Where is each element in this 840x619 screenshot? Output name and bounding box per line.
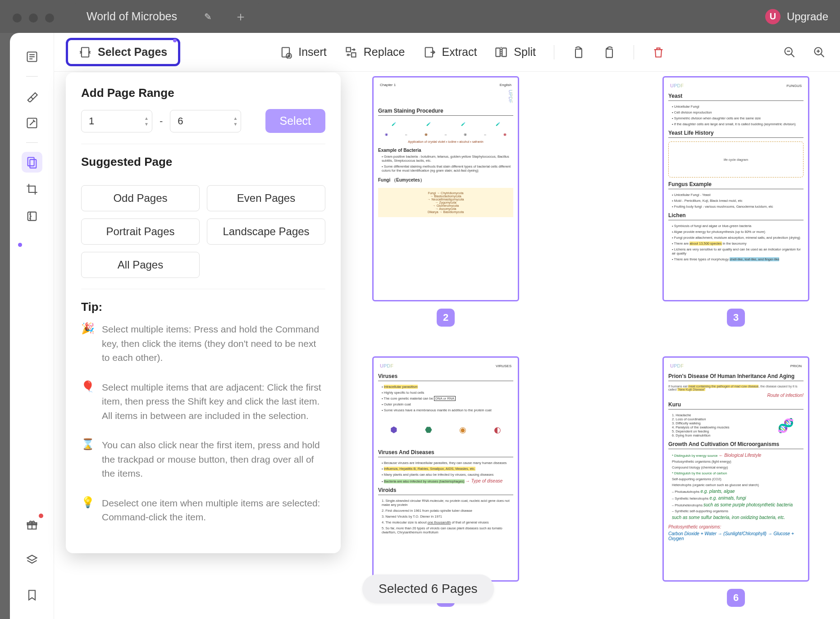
thumb-title: Growth And Cultivation Of Microorganisms: [668, 441, 803, 449]
range-from-input[interactable]: [81, 110, 152, 132]
odd-pages-button[interactable]: Odd Pages: [81, 185, 200, 211]
tip-emoji: 🎈: [81, 380, 95, 423]
svg-rect-21: [575, 49, 582, 58]
split-button[interactable]: Split: [495, 46, 536, 59]
highlighter-icon[interactable]: [22, 86, 42, 106]
svg-rect-16: [352, 53, 356, 57]
portrait-pages-button[interactable]: Portrait Pages: [81, 218, 200, 245]
zoom-in-icon[interactable]: [813, 46, 826, 59]
page-thumbnail[interactable]: UPDFVIRUSES Viruses • Intracellular para…: [372, 356, 519, 607]
svg-line-24: [791, 54, 794, 57]
thumb-title: Gram Staining Procedure: [378, 108, 513, 116]
page-toolbar: Select Pages Insert Replace Extract Spli…: [54, 33, 840, 72]
content-area: Add Page Range ▲▼ - ▲▼ Select Suggested …: [54, 72, 840, 619]
upgrade-button[interactable]: U Upgrade: [765, 9, 828, 24]
gift-icon[interactable]: [22, 514, 42, 535]
meta-label: FUNGUS: [786, 84, 802, 88]
chapter-label: Chapter 1: [380, 83, 396, 87]
compress-icon[interactable]: [22, 206, 42, 227]
stepper-down-icon[interactable]: ▼: [233, 122, 237, 127]
rotate-left-icon[interactable]: [572, 46, 585, 59]
svg-rect-7: [27, 212, 36, 221]
brand-label: UPDF: [380, 363, 393, 369]
crop-icon[interactable]: [22, 179, 42, 200]
thumb-title: Yeast Life History: [668, 130, 803, 138]
meta-label: PRION: [790, 364, 802, 368]
tip-row: 🎈 Select multiple items that are adjacen…: [81, 380, 325, 423]
delete-icon[interactable]: [652, 46, 665, 59]
svg-rect-22: [606, 49, 612, 58]
suggested-title: Suggested Page: [81, 155, 325, 169]
svg-rect-18: [496, 48, 500, 56]
edit-text-icon[interactable]: [22, 113, 42, 133]
selected-count-badge: Selected 6 Pages: [362, 574, 494, 603]
tip-text: Select multiple items: Press and hold th…: [102, 322, 325, 365]
thumb-subtitle: Fungi （Eumycetes）: [378, 177, 513, 183]
thumb-title: Viruses: [378, 373, 513, 381]
thumb-title: Prion's Disease Of Human Inheritance And…: [668, 373, 803, 381]
extract-label: Extract: [442, 46, 477, 59]
tip-title: Tip:: [81, 300, 325, 314]
reader-mode-icon[interactable]: [22, 46, 42, 67]
stepper-up-icon[interactable]: ▲: [144, 116, 149, 121]
meta-label: English: [500, 83, 511, 87]
layers-icon[interactable]: [22, 550, 42, 570]
range-title: Add Page Range: [81, 86, 325, 100]
maximize-window[interactable]: [45, 14, 54, 23]
thumbnail-preview: UPDFVIRUSES Viruses • Intracellular para…: [372, 356, 519, 582]
brand-label: UPDF: [670, 363, 684, 369]
brand-label: UPDF: [670, 83, 684, 88]
landscape-pages-button[interactable]: Landscape Pages: [207, 218, 325, 245]
tip-emoji: ⌛: [81, 438, 95, 481]
extract-button[interactable]: Extract: [423, 46, 477, 59]
bookmark-icon[interactable]: [22, 585, 42, 605]
zoom-out-icon[interactable]: [783, 46, 796, 59]
tip-emoji: 💡: [81, 496, 95, 524]
thumb-title: Yeast: [668, 93, 803, 101]
page-thumbnail[interactable]: UPDFFUNGUS Yeast • Unicellular Fungi • C…: [662, 76, 809, 327]
range-to-wrap: ▲▼: [170, 110, 241, 132]
svg-rect-5: [27, 158, 34, 166]
stepper-down-icon[interactable]: ▼: [144, 122, 149, 127]
thumb-title: Viruses And Diseases: [378, 449, 513, 457]
upgrade-label: Upgrade: [787, 10, 828, 23]
tip-text: You can also click near the first item, …: [102, 438, 325, 481]
tab-title: World of Microbes: [87, 10, 177, 23]
stepper-up-icon[interactable]: ▲: [233, 116, 237, 121]
thumb-title: Lichen: [668, 212, 803, 220]
replace-button[interactable]: Replace: [345, 46, 405, 59]
edit-tab-icon[interactable]: ✎: [204, 11, 212, 22]
main-area: Select Pages Insert Replace Extract Spli…: [54, 33, 840, 619]
avatar: U: [765, 9, 781, 24]
organize-pages-icon[interactable]: [22, 152, 42, 173]
select-pages-button[interactable]: Select Pages: [66, 38, 180, 66]
new-tab-icon[interactable]: ＋: [234, 8, 247, 25]
svg-rect-10: [82, 47, 89, 57]
tip-text: Deselect one item when multiple items ar…: [102, 496, 325, 524]
svg-rect-19: [502, 48, 507, 56]
tip-row: ⌛ You can also click near the first item…: [81, 438, 325, 481]
page-number-badge: 3: [727, 309, 745, 327]
select-range-button[interactable]: Select: [265, 109, 325, 133]
page-number-badge: 2: [437, 309, 455, 327]
page-thumbnail[interactable]: Chapter 1English UPDF Gram Staining Proc…: [372, 76, 519, 327]
range-to-input[interactable]: [170, 110, 241, 132]
app-body: Select Pages Insert Replace Extract Spli…: [10, 33, 840, 619]
thumbnail-preview: UPDFFUNGUS Yeast • Unicellular Fungi • C…: [662, 76, 809, 301]
rotate-right-icon[interactable]: [603, 46, 616, 59]
window-controls: [13, 14, 54, 23]
split-label: Split: [514, 46, 536, 59]
minimize-window[interactable]: [29, 14, 38, 23]
active-tab[interactable]: World of Microbes ✎ ＋: [73, 2, 260, 31]
even-pages-button[interactable]: Even Pages: [207, 185, 325, 211]
gift-notification-dot: [39, 514, 43, 518]
thumb-subtitle: Example of Bacteria: [378, 148, 513, 153]
close-window[interactable]: [13, 14, 22, 23]
page-thumbnail[interactable]: UPDFPRION Prion's Disease Of Human Inher…: [662, 356, 809, 607]
all-pages-button[interactable]: All Pages: [81, 252, 200, 278]
range-from-wrap: ▲▼: [81, 110, 152, 132]
select-pages-label: Select Pages: [98, 46, 167, 59]
svg-rect-15: [346, 47, 350, 51]
insert-button[interactable]: Insert: [279, 46, 327, 59]
thumbnail-preview: UPDFPRION Prion's Disease Of Human Inher…: [662, 356, 809, 582]
